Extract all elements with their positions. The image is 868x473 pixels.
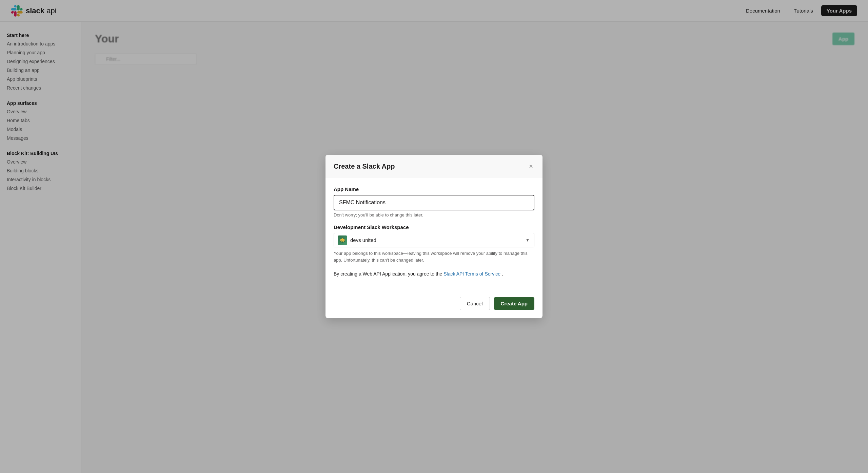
terms-suffix: .: [502, 271, 503, 277]
app-name-hint: Don't worry; you'll be able to change th…: [334, 212, 534, 217]
svg-text:D: D: [341, 239, 343, 242]
app-name-label: App Name: [334, 186, 534, 192]
modal-body: App Name Don't worry; you'll be able to …: [326, 178, 542, 291]
app-name-input[interactable]: [334, 195, 534, 210]
modal-overlay: Create a Slack App × App Name Don't worr…: [0, 0, 868, 473]
terms-link[interactable]: Slack API Terms of Service: [443, 271, 500, 277]
workspace-group: Development Slack Workspace D devs unite…: [334, 224, 534, 263]
app-name-group: App Name Don't worry; you'll be able to …: [334, 186, 534, 217]
workspace-icon: D: [338, 235, 347, 245]
workspace-label: Development Slack Workspace: [334, 224, 534, 230]
terms-prefix: By creating a Web API Application, you a…: [334, 271, 442, 277]
workspace-select-wrapper: D devs united ▼: [334, 233, 534, 247]
modal-close-button[interactable]: ×: [528, 162, 534, 171]
modal-title: Create a Slack App: [334, 163, 395, 170]
create-app-submit-button[interactable]: Create App: [494, 297, 534, 310]
workspace-select[interactable]: devs united: [334, 233, 534, 247]
modal-header: Create a Slack App ×: [326, 155, 542, 178]
workspace-warning: Your app belongs to this workspace—leavi…: [334, 250, 534, 263]
create-app-modal: Create a Slack App × App Name Don't worr…: [326, 155, 542, 318]
cancel-button[interactable]: Cancel: [460, 297, 490, 310]
terms-text: By creating a Web API Application, you a…: [334, 270, 534, 278]
modal-footer: Cancel Create App: [326, 291, 542, 318]
